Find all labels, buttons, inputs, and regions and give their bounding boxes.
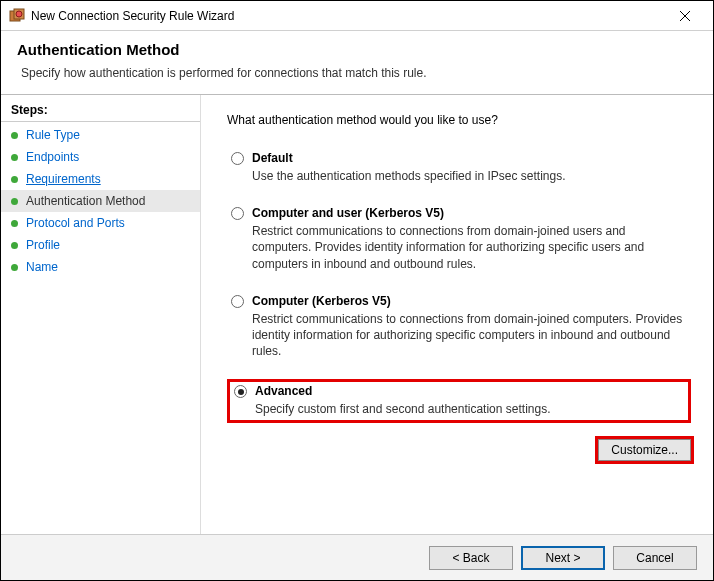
step-requirements[interactable]: Requirements <box>1 168 200 190</box>
step-label: Endpoints <box>26 150 79 164</box>
step-label: Profile <box>26 238 60 252</box>
back-button[interactable]: < Back <box>429 546 513 570</box>
step-label: Authentication Method <box>26 194 145 208</box>
option-content: Computer and user (Kerberos V5) Restrict… <box>252 206 687 272</box>
cancel-button[interactable]: Cancel <box>613 546 697 570</box>
bullet-icon <box>11 198 18 205</box>
step-label: Rule Type <box>26 128 80 142</box>
bullet-icon <box>11 132 18 139</box>
radio-computer[interactable] <box>231 295 244 308</box>
page-title: Authentication Method <box>17 41 697 58</box>
radio-computer-and-user[interactable] <box>231 207 244 220</box>
auth-question: What authentication method would you lik… <box>227 113 691 127</box>
option-title: Default <box>252 151 687 165</box>
option-desc: Restrict communications to connections f… <box>252 311 687 360</box>
svg-point-2 <box>16 11 22 17</box>
bullet-icon <box>11 176 18 183</box>
option-desc: Restrict communications to connections f… <box>252 223 687 272</box>
close-icon <box>680 11 690 21</box>
step-protocol-and-ports[interactable]: Protocol and Ports <box>1 212 200 234</box>
radio-default[interactable] <box>231 152 244 165</box>
option-content: Computer (Kerberos V5) Restrict communic… <box>252 294 687 360</box>
steps-sidebar: Steps: Rule Type Endpoints Requirements … <box>1 95 201 534</box>
bullet-icon <box>11 264 18 271</box>
auth-options: Default Use the authentication methods s… <box>227 149 691 441</box>
option-default[interactable]: Default Use the authentication methods s… <box>227 149 691 186</box>
radio-advanced[interactable] <box>234 385 247 398</box>
option-desc: Use the authentication methods specified… <box>252 168 687 184</box>
next-button[interactable]: Next > <box>521 546 605 570</box>
option-desc: Specify custom first and second authenti… <box>255 401 684 417</box>
bullet-icon <box>11 242 18 249</box>
option-computer-and-user[interactable]: Computer and user (Kerberos V5) Restrict… <box>227 204 691 274</box>
wizard-footer: < Back Next > Cancel <box>1 534 713 580</box>
page-description: Specify how authentication is performed … <box>21 66 697 80</box>
option-computer[interactable]: Computer (Kerberos V5) Restrict communic… <box>227 292 691 362</box>
option-title: Computer and user (Kerberos V5) <box>252 206 687 220</box>
bullet-icon <box>11 220 18 227</box>
step-label: Protocol and Ports <box>26 216 125 230</box>
close-button[interactable] <box>665 2 705 30</box>
step-endpoints[interactable]: Endpoints <box>1 146 200 168</box>
titlebar: New Connection Security Rule Wizard <box>1 1 713 31</box>
wizard-header: Authentication Method Specify how authen… <box>1 31 713 94</box>
option-content: Default Use the authentication methods s… <box>252 151 687 184</box>
customize-button[interactable]: Customize... <box>598 439 691 461</box>
option-advanced[interactable]: Advanced Specify custom first and second… <box>227 379 691 422</box>
steps-heading: Steps: <box>1 101 200 122</box>
bullet-icon <box>11 154 18 161</box>
step-name[interactable]: Name <box>1 256 200 278</box>
step-authentication-method[interactable]: Authentication Method <box>1 190 200 212</box>
option-title: Advanced <box>255 384 684 398</box>
step-profile[interactable]: Profile <box>1 234 200 256</box>
wizard-body: Steps: Rule Type Endpoints Requirements … <box>1 94 713 534</box>
step-label: Name <box>26 260 58 274</box>
option-title: Computer (Kerberos V5) <box>252 294 687 308</box>
option-content: Advanced Specify custom first and second… <box>255 384 684 417</box>
step-label: Requirements <box>26 172 101 186</box>
window-title: New Connection Security Rule Wizard <box>31 9 665 23</box>
wizard-main: What authentication method would you lik… <box>201 95 713 534</box>
step-rule-type[interactable]: Rule Type <box>1 124 200 146</box>
app-icon <box>9 8 25 24</box>
customize-row: Customize... <box>227 439 691 461</box>
